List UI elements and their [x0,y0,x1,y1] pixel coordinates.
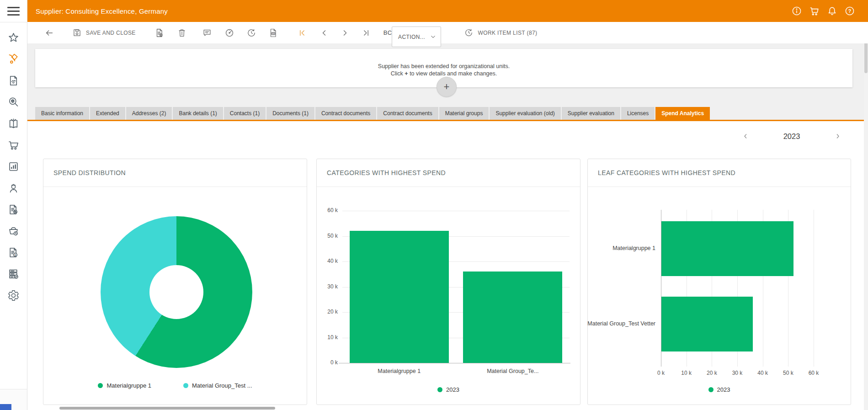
nav-prev-icon[interactable] [320,28,329,37]
legend-item[interactable]: 2023 [437,386,459,393]
legend-item[interactable]: Materialgruppe 1 [98,382,151,389]
x-axis-tick-label: 0 k [651,370,671,376]
legend-dot [98,383,103,388]
tab-list: Basic informationExtendedAddresses (2)Ba… [27,107,868,120]
tab-bar: Basic informationExtendedAddresses (2)Ba… [27,107,868,121]
bar-materialgruppe-1[interactable] [350,231,449,363]
horizontal-scrollbar-thumb[interactable] [59,407,275,410]
document-percent-icon[interactable] [3,199,24,220]
user-icon[interactable] [3,177,24,199]
categories-spend-card: CATEGORIES WITH HIGHEST SPEND 0 k10 k20 … [316,159,580,405]
document-legal-icon[interactable]: § [3,242,24,263]
bar-material-group-te[interactable] [463,272,562,363]
y-axis-category-label: Material Group_Test Vetter [583,320,655,327]
hamburger-bars [7,5,20,18]
cart-icon[interactable] [3,134,24,156]
vertical-scrollbar[interactable] [864,22,868,410]
legend-dot [437,387,442,392]
notice-text: Supplier has been extended for organizat… [35,49,852,77]
notifications-icon[interactable] [826,5,838,17]
x-axis-line [339,363,570,363]
x-axis-category-label: Materialgruppe 1 [342,368,456,374]
masterdata-check-icon[interactable] [3,263,24,285]
legend-dot [708,387,714,392]
y-axis-tick-label: 50 k [318,233,338,239]
y-axis-tick-label: 20 k [318,309,338,315]
nav-first-icon[interactable] [298,28,307,37]
hbar-legend: 2023 [588,386,851,393]
contract-document-icon[interactable] [3,70,24,91]
year-prev-icon[interactable] [740,131,751,142]
bar-materialgruppe-1[interactable] [661,221,793,276]
tab-licenses[interactable]: Licenses [621,107,655,120]
basket-history-icon[interactable] [3,220,24,242]
catalog-book-icon[interactable] [3,113,24,134]
statistics-icon[interactable] [3,156,24,177]
tab-contacts-1[interactable]: Contacts (1) [224,107,266,120]
help-icon[interactable]: ? [844,5,855,16]
toolbar: SAVE AND CLOSE PDF [27,22,868,43]
nav-last-icon[interactable] [362,28,371,37]
legend-label: Material Group_Test ... [192,382,252,389]
legend-item[interactable]: Material Group_Test ... [183,382,252,389]
card-header: CATEGORIES WITH HIGHEST SPEND [317,159,580,187]
y-axis-tick-label: 60 k [318,207,338,213]
tab-basic-information[interactable]: Basic information [35,107,89,120]
save-and-close-button[interactable]: SAVE AND CLOSE [72,28,136,37]
document-add-icon[interactable] [154,28,165,38]
expand-details-button[interactable]: + [437,77,457,97]
star-icon[interactable] [3,27,24,48]
history-icon [464,28,474,37]
bc-label: BC [383,29,392,36]
header-icon-group: ? [791,5,855,17]
vbar-legend: 2023 [317,386,580,393]
pdf-icon[interactable]: PDF [268,28,278,38]
tab-extended[interactable]: Extended [90,107,125,120]
work-item-list-button[interactable]: WORK ITEM LIST (87) [464,28,537,37]
hbar-plot: 0 k10 k20 k30 k40 k50 k60 kMaterialgrupp… [661,210,819,364]
bar-material-group-test-vetter[interactable] [661,297,753,351]
y-axis-tick-label: 10 k [318,334,338,341]
x-axis-category-label: Material Group_Te... [456,368,570,374]
card-header: LEAF CATEGORIES WITH HIGHEST SPEND [588,159,851,187]
tab-supplier-evaluation-old[interactable]: Supplier evaluation (old) [490,107,560,120]
history-icon[interactable] [246,28,256,38]
menu-icon[interactable] [0,0,27,22]
settings-icon[interactable] [3,285,24,306]
tab-material-groups[interactable]: Material groups [439,107,489,120]
content-area: Supplier has been extended for organizat… [27,43,868,410]
x-axis-tick-label: 50 k [778,370,798,376]
back-icon[interactable] [44,28,54,38]
legend-label: Materialgruppe 1 [107,382,151,389]
cart-icon[interactable] [809,5,820,17]
tab-addresses-2[interactable]: Addresses (2) [126,107,172,120]
info-icon[interactable] [791,5,802,16]
tab-documents-1[interactable]: Documents (1) [266,107,314,120]
bottom-left-corner-element [0,404,11,410]
legend-label: 2023 [446,386,459,393]
action-dropdown[interactable]: ACTION... [392,27,441,47]
y-axis-tick-label: 40 k [318,258,338,264]
tab-contract-documents[interactable]: Contract documents [315,107,376,120]
legend-item[interactable]: 2023 [708,386,730,393]
spend-analytics-panel: 2023 SPEND DISTRIBUTION Materialgruppe 1… [27,121,868,410]
y-axis-category-label: Materialgruppe 1 [583,245,655,251]
sidebar: § [0,0,27,410]
handtruck-icon[interactable] [3,48,24,70]
comment-icon[interactable] [202,28,212,38]
item-search-icon[interactable] [3,91,24,113]
leaf-categories-spend-card: LEAF CATEGORIES WITH HIGHEST SPEND 0 k10… [587,159,851,405]
x-axis-tick-label: 60 k [804,370,824,376]
tab-spend-analytics[interactable]: Spend Analytics [655,107,710,120]
gauge-icon[interactable] [224,28,234,38]
delete-icon[interactable] [177,28,187,38]
tab-contract-documents[interactable]: Contract documents [377,107,438,120]
nav-next-icon[interactable] [341,28,350,37]
year-label: 2023 [783,132,800,141]
app-header: Supplier: Consulting Excellence, Germany… [27,0,868,22]
tab-supplier-evaluation[interactable]: Supplier evaluation [562,107,620,120]
donut-legend: Materialgruppe 1Material Group_Test ... [43,382,307,389]
tab-bank-details-1[interactable]: Bank details (1) [173,107,223,120]
year-selector: 2023 [740,129,843,143]
year-next-icon[interactable] [832,131,843,142]
